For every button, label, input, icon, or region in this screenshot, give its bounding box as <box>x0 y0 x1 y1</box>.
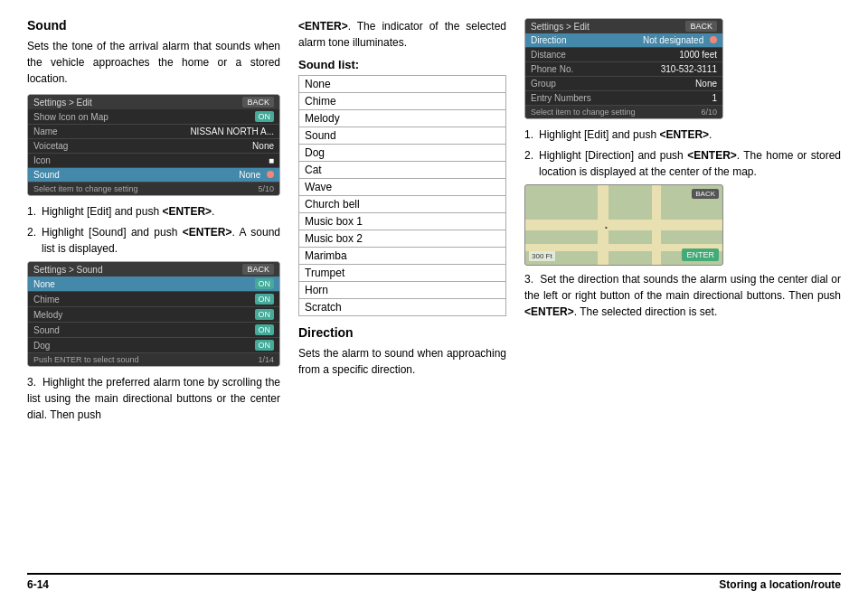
screen2-label-3: Sound <box>33 325 60 335</box>
right-value-3: None <box>695 79 717 89</box>
screen2-value-0: ON <box>255 278 275 289</box>
screen1-label-1: Name <box>33 127 58 136</box>
right-label-3: Group <box>531 79 556 89</box>
right-value-4: 1 <box>712 93 717 103</box>
screen2-row-0: None ON <box>28 277 279 292</box>
sound-list-item: Wave <box>299 179 506 196</box>
screen1-header: Settings > Edit BACK <box>28 95 279 109</box>
right-screen-box: Settings > Edit BACK Direction Not desig… <box>524 18 723 119</box>
right-value-2: 310-532-3111 <box>661 64 717 74</box>
sound-list-item: Sound <box>299 127 506 145</box>
right-label-2: Phone No. <box>531 64 573 74</box>
screen2-value-4: ON <box>255 340 275 351</box>
map-label-road: • <box>605 223 608 231</box>
right-screen-row-0: Direction Not designated <box>525 33 722 48</box>
sound-list-item: Chime <box>299 93 506 110</box>
screen2-footer: Push ENTER to select sound 1/14 <box>28 353 279 366</box>
content-area: Sound Sets the tone of the arrival alarm… <box>27 18 841 569</box>
screen2-label-1: Chime <box>33 295 60 305</box>
screen2-row-1: Chime ON <box>28 292 279 307</box>
screen1-footer-hint: Select item to change setting <box>33 184 138 193</box>
footer-page-number: 6-14 <box>27 578 49 591</box>
map-box: BACK 300 Ft ENTER • <box>524 184 723 266</box>
right-label-0: Direction <box>531 35 566 45</box>
right-step-1: 1. Highlight [Edit] and push <ENTER>. <box>524 127 841 143</box>
screen2-row-4: Dog ON <box>28 338 279 353</box>
steps-1-2: 1. Highlight [Edit] and push <ENTER>. 2.… <box>27 203 280 257</box>
screen1-value-2: None <box>252 141 274 151</box>
right-screen-back-btn[interactable]: BACK <box>685 21 717 32</box>
middle-column: <ENTER>. The indicator of the selected a… <box>298 18 506 569</box>
screen1-value-3: ■ <box>269 155 274 165</box>
screen2-value-3: ON <box>255 324 275 335</box>
right-label-4: Entry Numbers <box>531 93 591 103</box>
screen1-value-0: ON <box>255 111 275 122</box>
right-value-1: 1000 feet <box>679 50 717 60</box>
right-steps-1-2: 1. Highlight [Edit] and push <ENTER>. 2.… <box>524 127 841 180</box>
screen2-box: Settings > Sound BACK None ON Chime ON M… <box>27 261 280 367</box>
sound-list-item: Cat <box>299 162 506 179</box>
sound-list-item: Music box 2 <box>299 230 506 248</box>
right-screen-row-2: Phone No. 310-532-3111 <box>525 62 722 77</box>
map-road-horizontal <box>525 220 722 230</box>
right-footer-hint: Select item to change setting <box>531 108 636 117</box>
right-step-2: 2. Highlight [Direction] and push <ENTER… <box>524 147 841 180</box>
right-footer-count: 6/10 <box>701 108 717 117</box>
screen1-title: Settings > Edit <box>33 98 92 108</box>
sound-list-title: Sound list: <box>298 58 506 71</box>
enter-continuation: <ENTER>. The indicator of the selected a… <box>298 18 506 51</box>
screen1-row-0: Show Icon on Map ON <box>28 109 279 125</box>
page: Sound Sets the tone of the arrival alarm… <box>0 0 868 600</box>
map-back-btn[interactable]: BACK <box>692 189 719 199</box>
screen2-value-2: ON <box>255 309 275 320</box>
screen2-footer-hint: Push ENTER to select sound <box>33 355 139 364</box>
sound-list-item: Dog <box>299 145 506 162</box>
screen2-row-3: Sound ON <box>28 323 279 338</box>
screen1-label-4: Sound <box>33 170 60 180</box>
step3-text-left: 3. Highlight the preferred alarm tone by… <box>27 374 280 423</box>
sound-list-item: Horn <box>299 282 506 299</box>
right-screen-footer: Select item to change setting 6/10 <box>525 106 722 118</box>
screen1-row-4: Sound None <box>28 168 279 183</box>
sound-list-table: NoneChimeMelodySoundDogCatWaveChurch bel… <box>298 75 506 316</box>
sound-list-item: Scratch <box>299 299 506 316</box>
map-enter-btn[interactable]: ENTER <box>682 248 719 261</box>
direction-text: Sets the alarm to sound when approaching… <box>298 345 506 378</box>
right-column: Settings > Edit BACK Direction Not desig… <box>524 18 841 569</box>
screen1-footer-count: 5/10 <box>258 184 274 193</box>
screen1-back-btn[interactable]: BACK <box>242 97 274 108</box>
screen1-value-1: NISSAN NORTH A... <box>190 127 274 136</box>
screen1-label-3: Icon <box>33 155 51 165</box>
direction-title: Direction <box>298 325 506 340</box>
right-step3-text: 3. Set the direction that sounds the ala… <box>524 271 841 320</box>
sound-title: Sound <box>27 18 280 33</box>
screen1-footer: Select item to change setting 5/10 <box>28 183 279 195</box>
sound-intro: Sets the tone of the arrival alarm that … <box>27 38 280 87</box>
screen2-row-2: Melody ON <box>28 307 279 323</box>
screen2-label-4: Dog <box>33 341 50 351</box>
footer-section: Storing a location/route <box>719 578 841 591</box>
sound-list-item: Trumpet <box>299 265 506 282</box>
map-scale: 300 Ft <box>529 251 555 261</box>
sound-list-item: None <box>299 76 506 93</box>
screen1-label-0: Show Icon on Map <box>33 112 108 122</box>
sound-list-item: Church bell <box>299 196 506 213</box>
screen2-label-2: Melody <box>33 310 62 320</box>
step-2: 2. Highlight [Sound] and push <ENTER>. A… <box>27 224 280 257</box>
right-label-1: Distance <box>531 50 566 60</box>
sound-list-item: Melody <box>299 110 506 127</box>
sound-list-item: Music box 1 <box>299 213 506 230</box>
screen2-title: Settings > Sound <box>33 265 102 275</box>
screen2-back-btn[interactable]: BACK <box>242 264 274 275</box>
screen1-row-3: Icon ■ <box>28 154 279 168</box>
screen2-footer-count: 1/14 <box>258 355 274 364</box>
screen1-label-2: Voicetag <box>33 141 68 151</box>
screen1-row-2: Voicetag None <box>28 139 279 154</box>
screen1-row-1: Name NISSAN NORTH A... <box>28 125 279 139</box>
step-1: 1. Highlight [Edit] and push <ENTER>. <box>27 203 280 220</box>
screen1-value-4: None <box>239 170 274 180</box>
screen2-value-1: ON <box>255 294 275 305</box>
screen2-header: Settings > Sound BACK <box>28 262 279 277</box>
screen1-box: Settings > Edit BACK Show Icon on Map ON… <box>27 94 280 196</box>
right-screen-title: Settings > Edit <box>531 22 590 32</box>
